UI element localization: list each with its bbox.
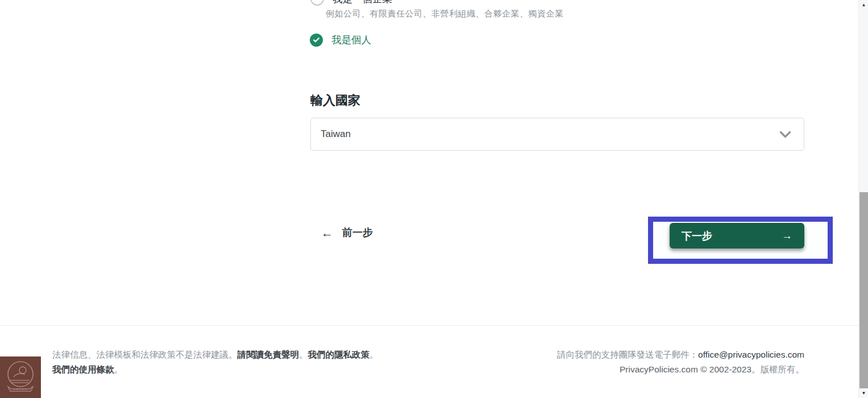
footer-support-text: 請向我們的支持團隊發送電子郵件： [557, 350, 698, 359]
previous-step-button[interactable]: ← 前一步 [321, 226, 373, 239]
footer-legal-block: 法律信息、法律模板和法律政策不是法律建議。請閱讀免責聲明。我們的隱私政策。 我們… [52, 347, 379, 377]
individual-option-label: 我是個人 [331, 33, 371, 47]
right-arrow-icon: → [782, 230, 792, 241]
terms-link[interactable]: 我們的使用條款 [52, 364, 114, 374]
scroll-down-button[interactable]: ▼ [859, 388, 868, 398]
privacy-policy-link[interactable]: 我們的隱私政策 [308, 350, 370, 359]
footer-legal-line1: 法律信息、法律模板和法律政策不是法律建議。請閱讀免責聲明。我們的隱私政策。 [52, 347, 379, 362]
country-select-value: Taiwan [321, 128, 779, 140]
footer-legal-line2: 我們的使用條款。 [52, 362, 379, 377]
radio-option-business[interactable]: 我是一個企業 [310, 0, 392, 6]
footer-copyright-text: PrivacyPolicies.com © 2002-2023 [620, 364, 751, 374]
footer: 法律信息、法律模板和法律政策不是法律建議。請閱讀免責聲明。我們的隱私政策。 我們… [0, 325, 868, 398]
footer-copyright-line: PrivacyPolicies.com © 2002-2023。版權所有。 [557, 362, 804, 377]
scrollbar-thumb[interactable] [859, 192, 868, 388]
business-option-label: 我是一個企業 [333, 0, 392, 6]
footer-contact-block: 請向我們的支持團隊發送電子郵件：office@privacypolicies.c… [557, 347, 804, 377]
separator: 。 [299, 350, 308, 359]
footer-legal-text: 法律信息、法律模板和法律政策不是法律建議。 [52, 350, 238, 359]
radio-option-individual[interactable]: 我是個人 [310, 33, 371, 47]
separator: 。 [114, 364, 123, 374]
next-step-button[interactable]: 下一步 → [670, 223, 804, 248]
footer-rights-text: 版權所有。 [761, 364, 805, 374]
previous-step-label: 前一步 [342, 226, 373, 239]
scroll-up-button[interactable]: ▲ [859, 0, 868, 10]
support-email-link[interactable]: office@privacypolicies.com [698, 350, 804, 359]
vertical-scrollbar[interactable]: ▲ ▼ [858, 0, 868, 398]
country-heading: 輸入國家 [310, 92, 360, 109]
separator: 。 [751, 364, 761, 374]
separator: 。 [369, 350, 379, 359]
left-arrow-icon: ← [321, 227, 333, 239]
check-icon [313, 36, 320, 44]
radio-checked-icon[interactable] [310, 34, 323, 47]
footer-logo[interactable] [0, 356, 41, 398]
next-step-label: 下一步 [682, 229, 712, 243]
radio-unchecked-icon[interactable] [310, 0, 324, 6]
privacypolicies-seal-icon [0, 356, 41, 398]
country-select[interactable]: Taiwan [310, 118, 804, 151]
chevron-down-icon [779, 131, 791, 138]
disclaimer-link[interactable]: 請閱讀免責聲明 [238, 350, 300, 359]
footer-support-line: 請向我們的支持團隊發送電子郵件：office@privacypolicies.c… [557, 347, 804, 362]
page: 我是一個企業 例如公司、有限責任公司、非營利組織、合夥企業、獨資企業 我是個人 … [0, 0, 868, 398]
business-option-description: 例如公司、有限責任公司、非營利組織、合夥企業、獨資企業 [326, 9, 564, 19]
